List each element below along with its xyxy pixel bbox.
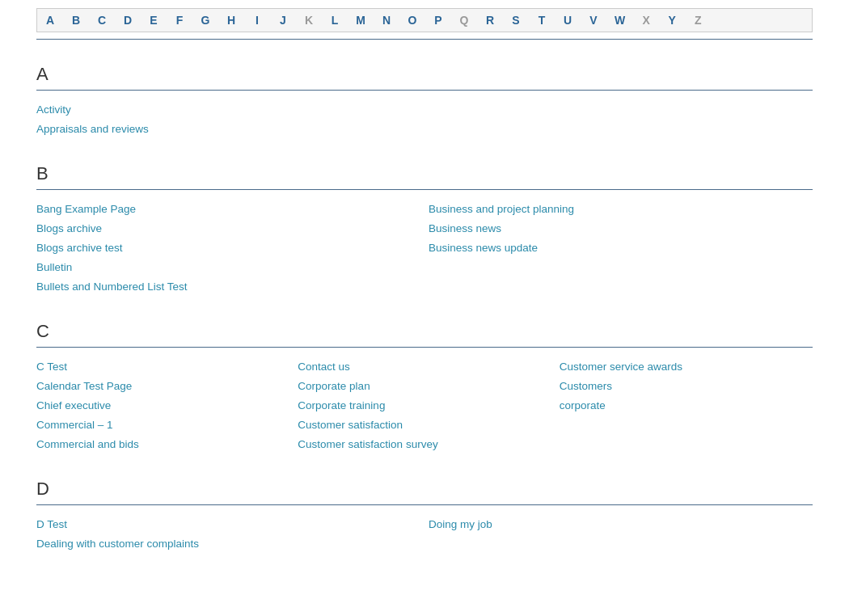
list-item[interactable]: Activity [36,102,813,116]
alphabet-letter-m[interactable]: M [348,9,374,32]
list-item[interactable]: Bulletin [36,259,420,274]
list-item[interactable]: Business and project planning [429,201,813,216]
link-bullets-and-numbered-list-test[interactable]: Bullets and Numbered List Test [36,281,188,293]
list-item[interactable]: Blogs archive [36,221,420,235]
alphabet-letter-q: Q [451,9,477,32]
section-links-b: Bang Example PageBusiness and project pl… [36,201,813,297]
list-item[interactable]: Corporate training [298,398,551,412]
list-item[interactable]: Bullets and Numbered List Test [36,279,420,293]
alphabet-letter-y[interactable]: Y [659,9,685,32]
section-heading-b: B [36,155,813,184]
link-commercial--1[interactable]: Commercial – 1 [36,419,113,431]
alphabet-letter-n[interactable]: N [374,9,399,32]
link-business-and-project-planning[interactable]: Business and project planning [429,203,574,215]
link-corporate[interactable]: corporate [560,399,606,411]
link-customer-satisfaction[interactable]: Customer satisfaction [298,419,403,431]
link-business-news[interactable]: Business news [429,222,501,234]
list-item[interactable]: Doing my job [429,517,813,531]
list-item [429,259,813,274]
link-blogs-archive-test[interactable]: Blogs archive test [36,242,123,254]
alphabet-letter-a[interactable]: A [37,9,63,32]
link-contact-us[interactable]: Contact us [298,361,350,373]
link-bulletin[interactable]: Bulletin [36,261,72,273]
alphabet-letter-v[interactable]: V [581,9,606,32]
list-item[interactable]: Customers [560,378,813,393]
list-item[interactable]: Appraisals and reviews [36,121,813,136]
alphabet-letter-w[interactable]: W [606,9,633,32]
link-d-test[interactable]: D Test [36,518,67,530]
list-item[interactable]: Business news update [429,240,813,255]
alphabet-letter-j[interactable]: J [270,9,296,32]
section-d: DD TestDoing my jobDealing with customer… [36,470,813,554]
link-business-news-update[interactable]: Business news update [429,242,538,254]
alphabet-letter-o[interactable]: O [399,9,425,32]
list-item[interactable]: Customer satisfaction survey [298,437,551,451]
section-heading-c: C [36,313,813,342]
link-activity[interactable]: Activity [36,103,71,116]
link-dealing-with-customer-complaints[interactable]: Dealing with customer complaints [36,538,199,550]
alphabet-letter-k: K [296,9,322,32]
section-b: BBang Example PageBusiness and project p… [36,155,813,297]
alphabet-letter-g[interactable]: G [192,9,218,32]
section-divider-b [36,189,813,190]
alphabet-letter-f[interactable]: F [167,9,192,32]
list-item[interactable]: Commercial and bids [36,437,289,451]
alphabet-letter-h[interactable]: H [218,9,244,32]
sections-container: AActivityAppraisals and reviewsBBang Exa… [36,56,813,554]
alphabet-nav[interactable]: ABCDEFGHIJKLMNOPQRSTUVWXYZ [36,8,813,32]
link-customers[interactable]: Customers [560,380,612,392]
list-item [429,536,813,551]
alphabet-letter-p[interactable]: P [425,9,451,32]
list-item[interactable]: corporate [560,398,813,412]
top-divider [36,39,813,40]
link-bang-example-page[interactable]: Bang Example Page [36,203,136,215]
list-item[interactable]: Contact us [298,359,551,373]
link-blogs-archive[interactable]: Blogs archive [36,222,102,234]
link-corporate-training[interactable]: Corporate training [298,399,385,411]
list-item[interactable]: Blogs archive test [36,240,420,255]
link-customer-satisfaction-survey[interactable]: Customer satisfaction survey [298,438,437,450]
alphabet-letter-l[interactable]: L [322,9,348,32]
section-links-a: ActivityAppraisals and reviews [36,102,813,139]
section-heading-d: D [36,470,813,500]
list-item[interactable]: D Test [36,517,420,531]
alphabet-letter-s[interactable]: S [503,9,529,32]
list-item[interactable]: Calendar Test Page [36,378,289,393]
section-divider-a [36,90,813,91]
list-item[interactable]: Dealing with customer complaints [36,536,420,551]
list-item[interactable]: Customer satisfaction [298,417,551,432]
alphabet-letter-r[interactable]: R [477,9,503,32]
alphabet-letter-b[interactable]: B [63,9,89,32]
link-appraisals-and-reviews[interactable]: Appraisals and reviews [36,123,149,135]
list-item[interactable]: Business news [429,221,813,235]
list-item [429,279,813,293]
section-divider-c [36,347,813,348]
list-item[interactable]: C Test [36,359,289,373]
list-item[interactable]: Corporate plan [298,378,551,393]
alphabet-letter-i[interactable]: I [244,9,270,32]
alphabet-letter-d[interactable]: D [115,9,141,32]
link-calendar-test-page[interactable]: Calendar Test Page [36,380,132,392]
list-item [560,417,813,432]
link-doing-my-job[interactable]: Doing my job [429,518,492,530]
section-links-d: D TestDoing my jobDealing with customer … [36,517,813,554]
page-wrapper: ABCDEFGHIJKLMNOPQRSTUVWXYZ AActivityAppr… [20,0,829,586]
list-item[interactable]: Bang Example Page [36,201,420,216]
link-customer-service-awards[interactable]: Customer service awards [560,361,682,373]
link-chief-executive[interactable]: Chief executive [36,399,111,411]
alphabet-letter-t[interactable]: T [529,9,555,32]
link-commercial-and-bids[interactable]: Commercial and bids [36,438,139,450]
alphabet-letter-u[interactable]: U [555,9,581,32]
alphabet-letter-e[interactable]: E [141,9,167,32]
alphabet-letter-z: Z [685,9,711,32]
link-c-test[interactable]: C Test [36,361,67,373]
link-corporate-plan[interactable]: Corporate plan [298,380,370,392]
list-item[interactable]: Customer service awards [560,359,813,373]
list-item[interactable]: Commercial – 1 [36,417,289,432]
alphabet-letter-x: X [633,9,659,32]
list-item[interactable]: Chief executive [36,398,289,412]
section-heading-a: A [36,56,813,85]
alphabet-letter-c[interactable]: C [89,9,115,32]
list-item [560,437,813,451]
section-a: AActivityAppraisals and reviews [36,56,813,139]
